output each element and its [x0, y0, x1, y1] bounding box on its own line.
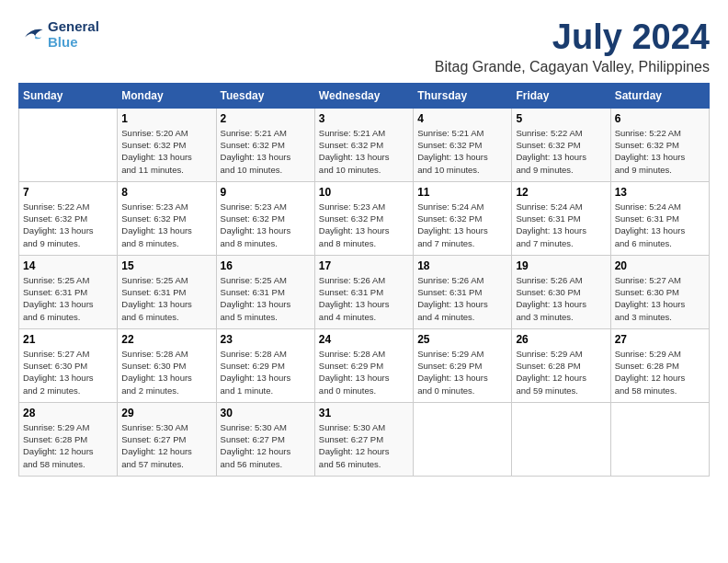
day-number: 30: [221, 407, 311, 419]
weekday-friday: Friday: [512, 83, 610, 108]
calendar-cell: [19, 108, 118, 181]
day-number: 5: [516, 112, 606, 125]
calendar-cell: 25Sunrise: 5:29 AM Sunset: 6:29 PM Dayli…: [414, 328, 512, 402]
day-info: Sunrise: 5:20 AM Sunset: 6:32 PM Dayligh…: [121, 127, 211, 176]
location-title: Bitag Grande, Cagayan Valley, Philippine…: [435, 59, 710, 75]
day-info: Sunrise: 5:23 AM Sunset: 6:32 PM Dayligh…: [221, 201, 311, 249]
day-info: Sunrise: 5:26 AM Sunset: 6:31 PM Dayligh…: [417, 274, 507, 323]
calendar-cell: 19Sunrise: 5:26 AM Sunset: 6:30 PM Dayli…: [512, 255, 610, 328]
day-number: 25: [417, 333, 507, 346]
day-info: Sunrise: 5:26 AM Sunset: 6:30 PM Dayligh…: [516, 274, 606, 323]
day-number: 8: [121, 186, 211, 199]
day-number: 13: [615, 186, 705, 199]
calendar-cell: 22Sunrise: 5:28 AM Sunset: 6:30 PM Dayli…: [118, 328, 216, 402]
title-area: July 2024 Bitag Grande, Cagayan Valley, …: [435, 18, 710, 75]
week-row-2: 7Sunrise: 5:22 AM Sunset: 6:32 PM Daylig…: [19, 181, 710, 255]
day-number: 11: [417, 186, 507, 199]
weekday-monday: Monday: [118, 83, 216, 108]
day-info: Sunrise: 5:28 AM Sunset: 6:29 PM Dayligh…: [319, 348, 409, 396]
day-number: 17: [319, 259, 409, 272]
calendar-cell: 28Sunrise: 5:29 AM Sunset: 6:28 PM Dayli…: [19, 402, 118, 476]
day-info: Sunrise: 5:22 AM Sunset: 6:32 PM Dayligh…: [516, 127, 606, 176]
calendar-cell: 26Sunrise: 5:29 AM Sunset: 6:28 PM Dayli…: [512, 328, 610, 402]
day-number: 27: [615, 333, 705, 346]
day-info: Sunrise: 5:29 AM Sunset: 6:28 PM Dayligh…: [516, 348, 606, 396]
day-info: Sunrise: 5:27 AM Sunset: 6:30 PM Dayligh…: [615, 274, 705, 323]
calendar-body: 1Sunrise: 5:20 AM Sunset: 6:32 PM Daylig…: [19, 108, 710, 476]
day-number: 15: [121, 259, 211, 272]
calendar-cell: 29Sunrise: 5:30 AM Sunset: 6:27 PM Dayli…: [118, 402, 216, 476]
day-number: 16: [221, 259, 311, 272]
calendar-cell: 31Sunrise: 5:30 AM Sunset: 6:27 PM Dayli…: [314, 402, 413, 476]
day-info: Sunrise: 5:22 AM Sunset: 6:32 PM Dayligh…: [23, 201, 113, 249]
calendar-cell: 18Sunrise: 5:26 AM Sunset: 6:31 PM Dayli…: [414, 255, 512, 328]
calendar-cell: 5Sunrise: 5:22 AM Sunset: 6:32 PM Daylig…: [512, 108, 610, 181]
day-number: 24: [319, 333, 409, 346]
calendar-cell: 24Sunrise: 5:28 AM Sunset: 6:29 PM Dayli…: [314, 328, 413, 402]
day-number: 3: [319, 112, 409, 125]
day-number: 4: [417, 112, 507, 125]
logo-icon: [18, 23, 44, 45]
day-info: Sunrise: 5:28 AM Sunset: 6:30 PM Dayligh…: [121, 348, 211, 396]
calendar-cell: 2Sunrise: 5:21 AM Sunset: 6:32 PM Daylig…: [216, 108, 314, 181]
calendar-cell: 27Sunrise: 5:29 AM Sunset: 6:28 PM Dayli…: [610, 328, 709, 402]
weekday-wednesday: Wednesday: [314, 83, 413, 108]
calendar-cell: 16Sunrise: 5:25 AM Sunset: 6:31 PM Dayli…: [216, 255, 314, 328]
day-number: 1: [121, 112, 211, 125]
calendar-cell: 4Sunrise: 5:21 AM Sunset: 6:32 PM Daylig…: [414, 108, 512, 181]
calendar-cell: 20Sunrise: 5:27 AM Sunset: 6:30 PM Dayli…: [610, 255, 709, 328]
weekday-thursday: Thursday: [414, 83, 512, 108]
day-info: Sunrise: 5:28 AM Sunset: 6:29 PM Dayligh…: [221, 348, 311, 396]
week-row-4: 21Sunrise: 5:27 AM Sunset: 6:30 PM Dayli…: [19, 328, 710, 402]
calendar-cell: 12Sunrise: 5:24 AM Sunset: 6:31 PM Dayli…: [512, 181, 610, 255]
calendar-cell: 14Sunrise: 5:25 AM Sunset: 6:31 PM Dayli…: [19, 255, 118, 328]
day-info: Sunrise: 5:24 AM Sunset: 6:31 PM Dayligh…: [615, 201, 705, 249]
day-info: Sunrise: 5:24 AM Sunset: 6:31 PM Dayligh…: [516, 201, 606, 249]
calendar-cell: 3Sunrise: 5:21 AM Sunset: 6:32 PM Daylig…: [314, 108, 413, 181]
calendar-table: SundayMondayTuesdayWednesdayThursdayFrid…: [18, 83, 710, 477]
day-number: 26: [516, 333, 606, 346]
day-number: 9: [221, 186, 311, 199]
calendar-cell: 9Sunrise: 5:23 AM Sunset: 6:32 PM Daylig…: [216, 181, 314, 255]
day-info: Sunrise: 5:30 AM Sunset: 6:27 PM Dayligh…: [319, 421, 409, 470]
calendar-cell: 23Sunrise: 5:28 AM Sunset: 6:29 PM Dayli…: [216, 328, 314, 402]
calendar-cell: [414, 402, 512, 476]
day-number: 31: [319, 407, 409, 419]
calendar-cell: 8Sunrise: 5:23 AM Sunset: 6:32 PM Daylig…: [118, 181, 216, 255]
day-info: Sunrise: 5:24 AM Sunset: 6:32 PM Dayligh…: [417, 201, 507, 249]
day-number: 20: [615, 259, 705, 272]
calendar-cell: [512, 402, 610, 476]
day-number: 23: [221, 333, 311, 346]
weekday-sunday: Sunday: [19, 83, 118, 108]
calendar-cell: 17Sunrise: 5:26 AM Sunset: 6:31 PM Dayli…: [314, 255, 413, 328]
calendar-cell: [610, 402, 709, 476]
day-info: Sunrise: 5:29 AM Sunset: 6:29 PM Dayligh…: [417, 348, 507, 396]
day-number: 18: [417, 259, 507, 272]
week-row-1: 1Sunrise: 5:20 AM Sunset: 6:32 PM Daylig…: [19, 108, 710, 181]
day-info: Sunrise: 5:25 AM Sunset: 6:31 PM Dayligh…: [121, 274, 211, 323]
week-row-5: 28Sunrise: 5:29 AM Sunset: 6:28 PM Dayli…: [19, 402, 710, 476]
day-number: 19: [516, 259, 606, 272]
day-info: Sunrise: 5:21 AM Sunset: 6:32 PM Dayligh…: [319, 127, 409, 176]
weekday-header-row: SundayMondayTuesdayWednesdayThursdayFrid…: [19, 83, 710, 108]
day-info: Sunrise: 5:21 AM Sunset: 6:32 PM Dayligh…: [221, 127, 311, 176]
calendar-cell: 10Sunrise: 5:23 AM Sunset: 6:32 PM Dayli…: [314, 181, 413, 255]
calendar-cell: 11Sunrise: 5:24 AM Sunset: 6:32 PM Dayli…: [414, 181, 512, 255]
logo-text-blue: Blue: [48, 34, 99, 50]
day-info: Sunrise: 5:23 AM Sunset: 6:32 PM Dayligh…: [121, 201, 211, 249]
month-title: July 2024: [435, 18, 710, 57]
day-number: 29: [121, 407, 211, 419]
day-info: Sunrise: 5:21 AM Sunset: 6:32 PM Dayligh…: [417, 127, 507, 176]
day-number: 6: [615, 112, 705, 125]
calendar-cell: 30Sunrise: 5:30 AM Sunset: 6:27 PM Dayli…: [216, 402, 314, 476]
calendar-cell: 6Sunrise: 5:22 AM Sunset: 6:32 PM Daylig…: [610, 108, 709, 181]
day-number: 12: [516, 186, 606, 199]
day-info: Sunrise: 5:30 AM Sunset: 6:27 PM Dayligh…: [121, 421, 211, 470]
day-number: 14: [23, 259, 113, 272]
day-info: Sunrise: 5:27 AM Sunset: 6:30 PM Dayligh…: [23, 348, 113, 396]
page-header: General Blue July 2024 Bitag Grande, Cag…: [18, 18, 710, 75]
day-info: Sunrise: 5:23 AM Sunset: 6:32 PM Dayligh…: [319, 201, 409, 249]
calendar-cell: 21Sunrise: 5:27 AM Sunset: 6:30 PM Dayli…: [19, 328, 118, 402]
weekday-saturday: Saturday: [610, 83, 709, 108]
day-info: Sunrise: 5:29 AM Sunset: 6:28 PM Dayligh…: [615, 348, 705, 396]
